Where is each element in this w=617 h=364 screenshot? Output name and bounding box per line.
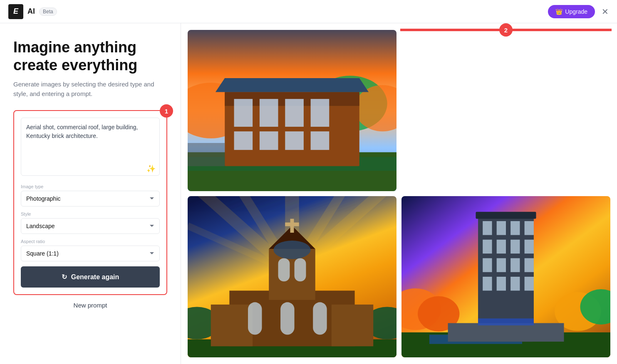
svg-rect-64	[332, 305, 373, 346]
svg-marker-17	[216, 78, 369, 92]
page-subtitle: Generate images by selecting the desired…	[13, 80, 167, 98]
svg-rect-98	[497, 277, 506, 290]
image-grid: 2	[181, 23, 617, 364]
svg-rect-91	[510, 240, 520, 253]
ai-label: AI	[27, 7, 35, 16]
image-card-1[interactable]	[188, 30, 396, 191]
magic-wand-icon[interactable]: ✨	[146, 164, 156, 173]
upgrade-label: Upgrade	[565, 8, 587, 15]
svg-rect-14	[260, 131, 278, 150]
svg-rect-9	[234, 99, 253, 127]
upgrade-button[interactable]: 👑 Upgrade	[548, 5, 595, 18]
svg-rect-63	[211, 305, 253, 346]
image-type-select[interactable]: Photographic Illustration Vector 3D Sket…	[21, 191, 160, 207]
svg-rect-85	[483, 221, 492, 235]
svg-rect-12	[311, 99, 330, 127]
sidebar: Imagine anythingcreate everything Genera…	[0, 23, 181, 364]
svg-point-69	[273, 241, 310, 259]
image-type-label: Image type	[21, 184, 160, 189]
svg-rect-11	[285, 99, 304, 127]
form-container: 1 Aerial shot, commercial roof, large bu…	[13, 110, 167, 295]
svg-rect-13	[234, 131, 253, 150]
prompt-input[interactable]: Aerial shot, commercial roof, large buil…	[21, 118, 160, 176]
image-card-wrapper-2: 2	[401, 30, 610, 191]
svg-rect-72	[313, 302, 327, 334]
logo-icon: E	[8, 4, 23, 19]
svg-rect-71	[280, 302, 294, 334]
main-content: Imagine anythingcreate everything Genera…	[0, 23, 617, 364]
svg-rect-102	[448, 323, 564, 342]
style-select[interactable]: Landscape Portrait Abstract Vintage Mode…	[21, 218, 160, 234]
svg-rect-97	[483, 277, 492, 290]
svg-rect-101	[476, 212, 536, 219]
svg-rect-70	[248, 302, 262, 334]
new-prompt-link[interactable]: New prompt	[13, 302, 167, 309]
page-title: Imagine anythingcreate everything	[13, 38, 167, 74]
svg-rect-90	[497, 240, 506, 253]
image-card-4[interactable]	[401, 196, 610, 357]
generate-button[interactable]: ↻ Generate again	[21, 266, 160, 288]
svg-rect-68	[285, 222, 299, 226]
svg-rect-92	[525, 240, 534, 253]
textarea-wrapper: Aerial shot, commercial roof, large buil…	[21, 118, 160, 177]
refresh-icon: ↻	[62, 273, 67, 281]
generate-label: Generate again	[71, 273, 119, 281]
badge-2: 2	[499, 23, 513, 37]
svg-rect-16	[311, 131, 330, 150]
svg-rect-96	[525, 258, 534, 272]
svg-rect-89	[483, 240, 492, 253]
svg-rect-15	[285, 131, 304, 150]
topbar: E AI Beta 👑 Upgrade ✕	[0, 0, 617, 23]
svg-rect-99	[510, 277, 520, 290]
svg-rect-73	[278, 258, 290, 281]
svg-rect-86	[497, 221, 506, 235]
svg-rect-18	[188, 143, 225, 166]
style-group: Style Landscape Portrait Abstract Vintag…	[21, 212, 160, 234]
svg-rect-94	[497, 258, 506, 272]
svg-rect-88	[525, 221, 534, 235]
topbar-left: E AI Beta	[8, 4, 57, 19]
svg-rect-93	[483, 258, 492, 272]
svg-rect-95	[510, 258, 520, 272]
image-card-3[interactable]	[188, 196, 396, 357]
close-button[interactable]: ✕	[602, 7, 609, 16]
aspect-ratio-group: Aspect ratio Square (1:1) Landscape (4:3…	[21, 239, 160, 261]
beta-badge: Beta	[39, 7, 57, 16]
svg-rect-87	[510, 221, 520, 235]
aspect-ratio-label: Aspect ratio	[21, 239, 160, 244]
badge-1: 1	[160, 104, 173, 118]
style-label: Style	[21, 212, 160, 216]
topbar-right: 👑 Upgrade ✕	[548, 5, 609, 18]
aspect-ratio-select[interactable]: Square (1:1) Landscape (4:3) Portrait (3…	[21, 246, 160, 261]
svg-rect-74	[295, 258, 306, 281]
svg-rect-100	[525, 277, 534, 290]
crown-icon: 👑	[555, 8, 562, 15]
image-type-group: Image type Photographic Illustration Vec…	[21, 184, 160, 207]
svg-rect-103	[478, 318, 534, 325]
svg-rect-10	[260, 99, 278, 127]
